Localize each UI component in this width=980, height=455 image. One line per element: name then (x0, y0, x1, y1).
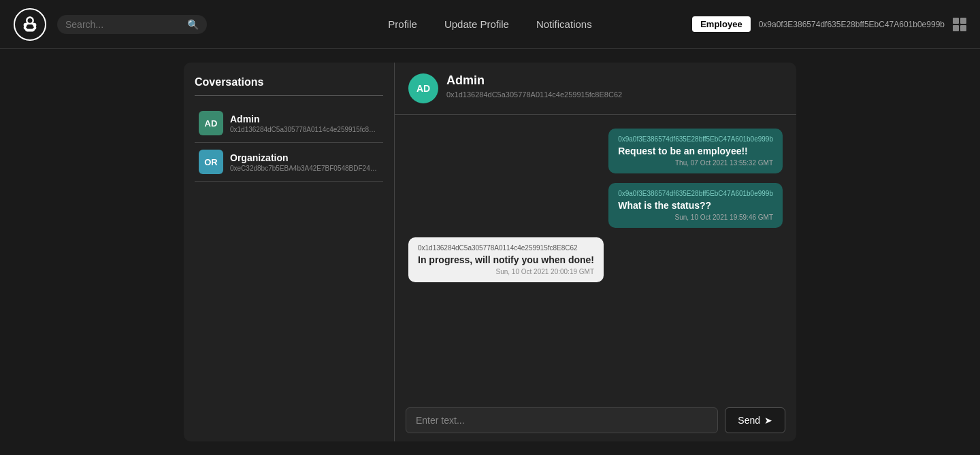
admin-conv-name: Admin (230, 114, 379, 124)
chat-header-name: Admin (446, 73, 783, 88)
search-icon: 🔍 (187, 19, 199, 30)
message-text: What is the status?? (618, 200, 773, 211)
chat-header-address: 0x1d136284dC5a305778A0114c4e259915fc8E8C… (446, 90, 783, 99)
message-sender-addr: 0x9a0f3E386574df635E28bff5EbC47A601b0e99… (618, 135, 773, 143)
message-time: Thu, 07 Oct 2021 13:55:32 GMT (618, 159, 773, 167)
message-sender-addr: 0x1d136284dC5a305778A0114c4e259915fc8E8C… (418, 244, 594, 252)
chat-container: Coversations AD Admin 0x1d136284dC5a3057… (184, 63, 796, 441)
chat-header-info: Admin 0x1d136284dC5a305778A0114c4e259915… (446, 73, 783, 99)
message-text: Request to be an employee!! (618, 146, 773, 156)
message-bubble: 0x1d136284dC5a305778A0114c4e259915fc8E8C… (408, 237, 604, 282)
send-label: Send (738, 415, 760, 426)
conversation-item-org[interactable]: OR Organization 0xeC32d8bc7b5EBA4b3A42E7… (195, 143, 383, 182)
message-time: Sun, 10 Oct 2021 19:59:46 GMT (618, 214, 773, 221)
org-avatar: OR (199, 150, 223, 174)
header: 🔍 Profile Update Profile Notifications E… (0, 0, 980, 49)
nav: Profile Update Profile Notifications (388, 18, 591, 30)
search-bar[interactable]: 🔍 (57, 15, 207, 34)
admin-avatar: AD (199, 111, 223, 135)
chat-input-area: Send ➤ (395, 399, 796, 441)
message-time: Sun, 10 Oct 2021 20:00:19 GMT (418, 268, 594, 275)
main-content: Coversations AD Admin 0x1d136284dC5a3057… (0, 49, 980, 455)
message-bubble: 0x9a0f3E386574df635E28bff5EbC47A601b0e99… (608, 129, 783, 173)
chat-header: AD Admin 0x1d136284dC5a305778A0114c4e259… (395, 63, 796, 115)
conversation-item-admin[interactable]: AD Admin 0x1d136284dC5a305778A0114c4e259… (195, 104, 383, 143)
org-conv-address: 0xeC32d8bc7b5EBA4b3A42E7BF0548BDF243a3Fd… (230, 165, 379, 172)
message-sender-addr: 0x9a0f3E386574df635E28bff5EbC47A601b0e99… (618, 190, 773, 197)
brain-icon (20, 15, 39, 34)
chat-header-avatar: AD (408, 73, 438, 103)
admin-conv-info: Admin 0x1d136284dC5a305778A0114c4e259915… (230, 114, 379, 133)
send-button[interactable]: Send ➤ (725, 407, 785, 433)
nav-notifications[interactable]: Notifications (536, 18, 592, 30)
header-wallet-address: 0x9a0f3E386574df635E28bff5EbC47A601b0e99… (759, 20, 945, 29)
org-conv-info: Organization 0xeC32d8bc7b5EBA4b3A42E7BF0… (230, 152, 379, 172)
search-input[interactable] (65, 19, 187, 30)
org-conv-name: Organization (230, 152, 379, 163)
nav-update-profile[interactable]: Update Profile (444, 18, 509, 30)
chat-area: AD Admin 0x1d136284dC5a305778A0114c4e259… (395, 63, 796, 441)
messages-list: 0x9a0f3E386574df635E28bff5EbC47A601b0e99… (395, 115, 796, 399)
send-icon: ➤ (764, 415, 772, 426)
message-input[interactable] (406, 407, 718, 433)
message-text: In progress, will notify you when done! (418, 254, 594, 265)
header-right: Employee 0x9a0f3E386574df635E28bff5EbC47… (692, 16, 966, 32)
conversations-title: Coversations (195, 76, 383, 96)
logo (14, 8, 46, 41)
employee-badge: Employee (692, 16, 750, 32)
message-bubble: 0x9a0f3E386574df635E28bff5EbC47A601b0e99… (608, 183, 783, 228)
sidebar: Coversations AD Admin 0x1d136284dC5a3057… (184, 63, 395, 441)
admin-conv-address: 0x1d136284dC5a305778A0114c4e259915fc8E8C… (230, 126, 379, 133)
grid-icon[interactable] (953, 18, 966, 31)
nav-profile[interactable]: Profile (388, 18, 417, 30)
